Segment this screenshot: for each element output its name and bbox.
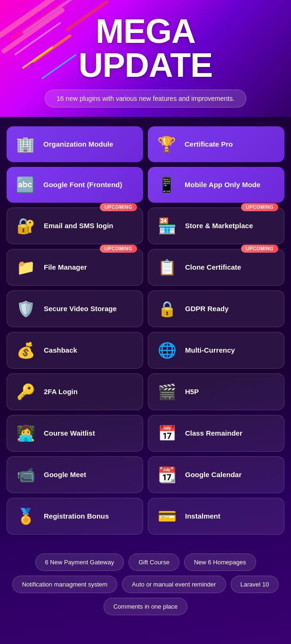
card-2fa-login[interactable]: 🔑2FA Login [7,373,143,410]
card-label-class-remainder: Class Remainder [185,429,242,438]
card-certificate-pro[interactable]: 🏆Certificate Pro [148,126,284,162]
card-icon-google-font: 🔤 [14,173,37,196]
card-gdpr-ready[interactable]: 🔒GDPR Ready [148,290,284,327]
upcoming-badge-clone-certificate: UPCOMING [241,245,278,253]
card-icon-organization-module: 🏢 [14,133,37,156]
card-label-2fa-login: 2FA Login [44,388,78,396]
card-icon-certificate-pro: 🏆 [155,133,178,156]
card-label-google-font: Google Font (Frontend) [43,181,122,189]
card-h5p[interactable]: 🎬H5P [148,373,284,410]
card-icon-registration-bonus: 🏅 [15,505,37,528]
card-icon-google-meet: 📹 [15,463,37,486]
mega-title: MEGA UPDATE [9,14,282,82]
card-icon-email-sms-login: 🔐 [15,215,37,237]
card-secure-video-storage[interactable]: 🛡️Secure Video Storage [7,290,143,327]
card-label-course-waitlist: Course Waitlist [44,429,95,438]
card-icon-file-manager: 📁 [15,256,37,279]
card-organization-module[interactable]: 🏢Organization Module [7,126,143,162]
card-cashback[interactable]: 💰Cashback [7,332,143,369]
upcoming-badge-store-marketplace: UPCOMING [241,203,278,211]
subtitle-pill: 16 new plugins with various new features… [45,90,246,107]
card-icon-h5p: 🎬 [156,380,178,403]
card-mobile-app-mode[interactable]: 📱Mobile App Only Mode [148,167,284,203]
card-instalment[interactable]: 💳Instalment [148,498,284,535]
card-label-mobile-app-mode: Mobile App Only Mode [185,181,260,189]
cards-grid: 🏢Organization Module🏆Certificate Pro🔤Goo… [0,117,291,544]
tag-4[interactable]: Auto or manual event reminder [122,576,226,593]
card-label-store-marketplace: Store & Marketplace [185,222,253,230]
card-label-organization-module: Organization Module [43,140,113,149]
tag-5[interactable]: Laravel 10 [231,576,279,593]
card-course-waitlist[interactable]: 👩‍💻Course Waitlist [7,415,143,452]
card-google-calendar[interactable]: 📆Google Calendar [148,456,284,493]
card-icon-cashback: 💰 [15,339,37,362]
card-icon-mobile-app-mode: 📱 [155,173,178,196]
card-label-h5p: H5P [185,388,199,396]
card-icon-store-marketplace: 🏪 [156,215,178,237]
card-label-instalment: Instalment [185,512,220,520]
tag-0[interactable]: 6 New Payment Gateway [35,553,124,571]
card-google-meet[interactable]: 📹Google Meet [7,456,143,493]
card-icon-multi-currency: 🌐 [156,339,178,362]
card-store-marketplace[interactable]: UPCOMING🏪Store & Marketplace [148,207,284,244]
card-google-font[interactable]: 🔤Google Font (Frontend) [7,167,143,203]
card-label-email-sms-login: Email and SMS login [44,222,113,230]
card-icon-instalment: 💳 [156,505,178,528]
card-email-sms-login[interactable]: UPCOMING🔐Email and SMS login [7,207,143,244]
card-label-certificate-pro: Certificate Pro [185,140,233,149]
card-class-remainder[interactable]: 📅Class Remainder [148,415,284,452]
card-label-multi-currency: Multi-Currency [185,346,235,355]
card-icon-course-waitlist: 👩‍💻 [15,422,37,445]
card-label-google-meet: Google Meet [44,471,86,479]
upcoming-badge-email-sms-login: UPCOMING [100,203,137,211]
header-section: MEGA UPDATE 16 new plugins with various … [0,0,291,117]
card-registration-bonus[interactable]: 🏅Registration Bonus [7,498,143,535]
header-content: MEGA UPDATE 16 new plugins with various … [9,14,282,107]
card-label-clone-certificate: Clone Certificate [185,263,241,272]
card-icon-clone-certificate: 📋 [156,256,178,279]
card-label-gdpr-ready: GDPR Ready [185,305,229,313]
card-label-registration-bonus: Registration Bonus [44,512,109,520]
card-icon-2fa-login: 🔑 [15,380,37,403]
card-clone-certificate[interactable]: UPCOMING📋Clone Certificate [148,249,284,286]
card-label-google-calendar: Google Calendar [185,471,242,479]
card-file-manager[interactable]: UPCOMING📁File Manager [7,249,143,286]
tag-6[interactable]: Comments in one place [104,598,188,615]
card-multi-currency[interactable]: 🌐Multi-Currency [148,332,284,369]
upcoming-badge-file-manager: UPCOMING [100,245,137,253]
card-label-file-manager: File Manager [44,263,87,272]
card-label-secure-video-storage: Secure Video Storage [44,305,117,313]
tag-2[interactable]: New 6 Homepages [184,553,256,571]
card-icon-secure-video-storage: 🛡️ [15,297,37,320]
card-icon-gdpr-ready: 🔒 [156,297,178,320]
card-icon-google-calendar: 📆 [156,463,178,486]
card-icon-class-remainder: 📅 [156,422,178,445]
card-label-cashback: Cashback [44,346,77,355]
tag-1[interactable]: Gift Course [129,553,179,571]
tags-section: 6 New Payment GatewayGift CourseNew 6 Ho… [0,544,291,629]
tag-3[interactable]: Notification managment system [12,576,117,593]
